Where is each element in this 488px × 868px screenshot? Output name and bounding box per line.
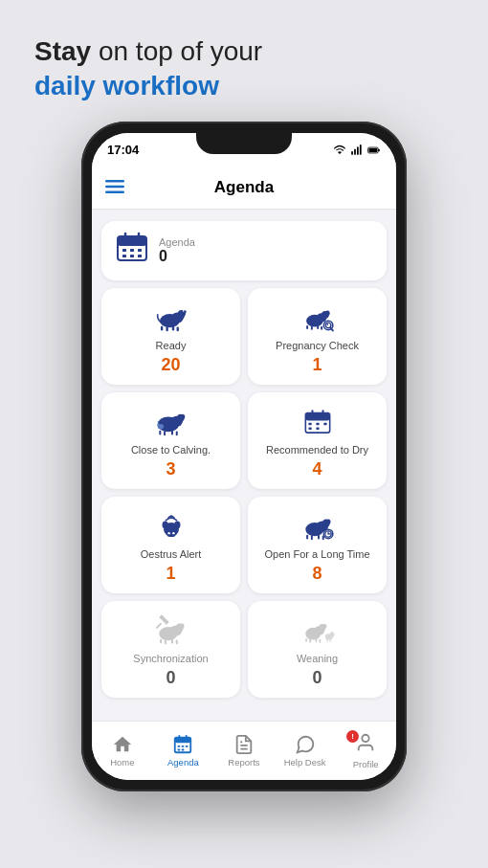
synchronization-card[interactable]: Synchronization 0 <box>101 601 240 698</box>
svg-point-71 <box>325 519 330 524</box>
svg-point-63 <box>174 521 180 528</box>
calving-label: Close to Calving. <box>131 444 211 456</box>
svg-point-99 <box>329 632 334 637</box>
page-header: Stay on top of your daily workflow <box>0 0 488 122</box>
svg-line-89 <box>156 624 160 628</box>
svg-rect-85 <box>164 639 166 644</box>
app-content: Agenda 0 <box>92 210 396 721</box>
wifi-icon <box>333 144 346 157</box>
svg-rect-96 <box>315 638 317 642</box>
svg-rect-27 <box>176 326 178 331</box>
profile-badge: ! <box>346 730 359 743</box>
svg-rect-74 <box>318 534 320 539</box>
cards-grid: Ready 20 <box>101 288 387 698</box>
nav-agenda[interactable]: Agenda <box>153 734 214 768</box>
pregnancy-label: Pregnancy Check <box>276 340 359 351</box>
open-long-label: Open For a Long Time <box>264 548 369 560</box>
agenda-summary-card[interactable]: Agenda 0 <box>101 221 387 280</box>
svg-rect-25 <box>166 326 167 331</box>
oestrus-alert-card[interactable]: Oestrus Alert 1 <box>101 497 240 593</box>
sync-label: Synchronization <box>133 653 208 664</box>
svg-point-64 <box>166 531 176 537</box>
svg-rect-72 <box>306 534 308 539</box>
svg-rect-110 <box>182 748 185 750</box>
svg-rect-49 <box>175 431 177 435</box>
ready-icon <box>153 300 189 336</box>
phone-screen: 17:04 Agenda <box>92 133 396 780</box>
nav-reports[interactable]: Reports <box>213 734 275 768</box>
pregnancy-check-icon <box>299 300 336 336</box>
menu-icon[interactable] <box>105 178 124 198</box>
oestrus-value: 1 <box>166 564 175 584</box>
nav-helpdesk[interactable]: Help Desk <box>275 734 336 768</box>
svg-point-66 <box>172 532 174 534</box>
dry-value: 4 <box>312 459 322 479</box>
svg-rect-35 <box>310 325 312 329</box>
svg-rect-56 <box>308 423 311 425</box>
weaning-card[interactable]: Weaning 0 <box>248 601 387 698</box>
svg-rect-73 <box>310 535 312 540</box>
svg-rect-86 <box>171 638 173 643</box>
ready-label: Ready <box>156 340 187 351</box>
svg-rect-15 <box>130 249 134 252</box>
agenda-value: 0 <box>159 248 195 265</box>
svg-rect-0 <box>351 151 353 155</box>
svg-point-45 <box>180 413 185 419</box>
open-long-value: 8 <box>312 564 322 584</box>
nav-home-label: Home <box>110 757 134 768</box>
svg-rect-18 <box>130 255 134 257</box>
oestrus-label: Oestrus Alert <box>141 548 202 560</box>
svg-rect-1 <box>354 149 356 155</box>
svg-rect-107 <box>182 746 185 747</box>
svg-rect-6 <box>368 148 377 152</box>
weaning-label: Weaning <box>297 653 338 664</box>
svg-rect-8 <box>105 186 124 189</box>
svg-point-83 <box>179 623 184 629</box>
svg-rect-47 <box>164 431 166 435</box>
recommended-dry-card[interactable]: Recommended to Dry 4 <box>248 392 387 489</box>
close-to-calving-card[interactable]: Close to Calving. 3 <box>101 392 240 489</box>
sync-value: 0 <box>166 668 175 688</box>
svg-rect-24 <box>160 325 162 330</box>
agenda-icon <box>172 734 193 755</box>
calving-value: 3 <box>166 459 175 479</box>
app-title: Agenda <box>214 178 274 197</box>
open-long-time-card[interactable]: Open For a Long Time 8 <box>248 497 387 593</box>
svg-rect-60 <box>316 427 319 429</box>
nav-reports-label: Reports <box>228 757 259 768</box>
nav-profile-label: Profile <box>353 759 379 769</box>
bottom-nav: Home Agenda Reports Help Desk ! <box>92 721 396 780</box>
pregnancy-check-card[interactable]: Pregnancy Check 1 <box>248 288 387 385</box>
status-icons <box>333 144 381 157</box>
svg-point-67 <box>169 515 171 517</box>
svg-rect-108 <box>186 746 189 747</box>
svg-rect-101 <box>329 638 330 641</box>
open-long-icon <box>299 508 336 545</box>
svg-rect-57 <box>316 423 319 425</box>
agenda-label: Agenda <box>159 236 195 248</box>
svg-rect-9 <box>105 190 124 193</box>
weaning-value: 0 <box>312 668 322 688</box>
svg-point-41 <box>326 323 328 325</box>
nav-profile[interactable]: ! Profile <box>335 732 396 769</box>
oestrus-icon <box>153 508 189 545</box>
header-blue: daily workflow <box>34 69 454 103</box>
battery-icon <box>367 144 381 157</box>
svg-point-62 <box>162 521 167 528</box>
svg-rect-37 <box>321 325 322 329</box>
svg-rect-109 <box>178 748 181 750</box>
svg-rect-16 <box>138 249 142 252</box>
svg-rect-19 <box>138 255 142 257</box>
svg-rect-106 <box>178 746 181 747</box>
header-normal: on top of your <box>99 36 262 66</box>
nav-home[interactable]: Home <box>92 734 153 768</box>
svg-point-51 <box>157 423 159 426</box>
ready-card[interactable]: Ready 20 <box>101 288 240 385</box>
signal-icon <box>350 144 364 157</box>
weaning-icon <box>299 612 336 649</box>
header-bold: Stay <box>34 36 91 66</box>
nav-agenda-label: Agenda <box>167 757 199 768</box>
agenda-summary-icon <box>115 231 149 271</box>
svg-rect-103 <box>175 737 191 743</box>
svg-rect-100 <box>326 638 327 641</box>
